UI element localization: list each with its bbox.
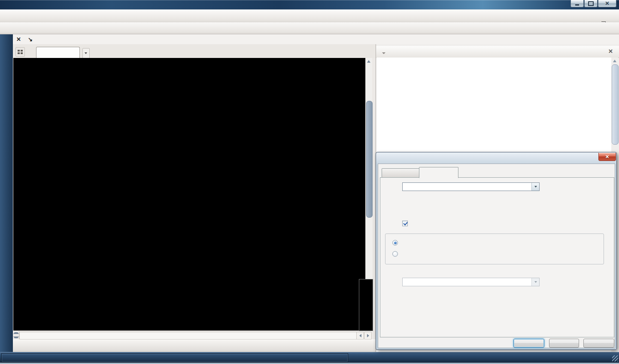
dialog-close-button[interactable]: ✕ [598, 153, 616, 161]
scroll-up-icon[interactable] [613, 60, 616, 62]
spin-up-icon[interactable] [13, 332, 19, 334]
scroll-up-icon[interactable] [367, 60, 370, 63]
app-icon [3, 1, 9, 8]
scroll-right-icon [367, 334, 369, 337]
range-dropdown-button[interactable] [531, 183, 539, 191]
datasheet-close-icon[interactable]: ✕ [608, 48, 613, 55]
maximize-icon [588, 1, 594, 6]
packing-dialog: ✕ [376, 152, 617, 350]
chevron-down-icon [85, 52, 87, 54]
window-titlebar[interactable]: ✕ [0, 0, 619, 9]
picture-list-button[interactable] [15, 47, 25, 57]
diamond-application-window: ✕ ✕ ✕ ↘ [0, 0, 619, 364]
ok-button[interactable] [513, 339, 544, 348]
status-bar [0, 352, 619, 363]
viewport-horizontal-scrollbar[interactable] [13, 331, 372, 340]
structure-viewport[interactable] [13, 58, 365, 331]
scroll-left-button[interactable] [356, 332, 364, 340]
tab-picture-1[interactable] [36, 47, 80, 58]
build-toolbar [13, 340, 376, 352]
close-icon: ✕ [605, 1, 609, 6]
chevron-down-icon [382, 52, 385, 54]
atom-color-legend [359, 279, 373, 331]
datasheet-header[interactable]: ✕ [376, 46, 619, 58]
fill-slab-radio[interactable] [392, 251, 398, 257]
remove-structure-icon[interactable]: ✕ [16, 36, 21, 42]
left-sidebar [0, 34, 13, 352]
chevron-down-icon [534, 281, 537, 283]
fill-range-radio[interactable] [392, 240, 398, 246]
chevron-down-icon [534, 186, 537, 188]
close-icon: ✕ [605, 154, 609, 160]
status-message-panel [1, 353, 348, 362]
apply-button[interactable] [583, 339, 614, 348]
grid-icon [18, 50, 23, 54]
cancel-button[interactable] [549, 339, 579, 348]
viewport-hscroll-thumb[interactable] [19, 332, 358, 340]
main-toolbar [0, 22, 619, 34]
maximize-button[interactable] [584, 0, 598, 7]
spin-down-icon[interactable] [13, 337, 19, 338]
scroll-right-button[interactable] [364, 332, 372, 340]
plane-dropdown-button [531, 278, 539, 286]
picture-tabstrip [13, 44, 376, 58]
close-button[interactable]: ✕ [598, 0, 616, 7]
minimize-button[interactable] [570, 0, 584, 7]
resize-grip[interactable] [612, 355, 618, 361]
minimize-icon [575, 4, 579, 6]
menu-row: ✕ [0, 9, 619, 23]
how-to-fill-groupbox [385, 234, 604, 264]
create-cell-edges-checkbox[interactable] [402, 221, 408, 226]
scroll-left-icon [359, 334, 361, 337]
goto-structure-icon[interactable]: ↘ [28, 36, 33, 42]
range-combobox[interactable] [402, 182, 540, 191]
viewport-vscroll-thumb[interactable] [366, 101, 373, 218]
plane-combobox [402, 278, 540, 286]
tab-define-range[interactable] [419, 167, 458, 178]
dialog-body [378, 164, 615, 348]
diamond-document-icon[interactable] [3, 12, 12, 21]
datasheet-scroll-thumb[interactable] [612, 64, 619, 145]
structure-info-bar: ✕ ↘ [13, 34, 619, 45]
viewport-zoom-spinner[interactable] [13, 331, 19, 340]
new-picture-tab-button[interactable] [82, 48, 90, 58]
tab-choose-atoms[interactable] [382, 168, 419, 178]
